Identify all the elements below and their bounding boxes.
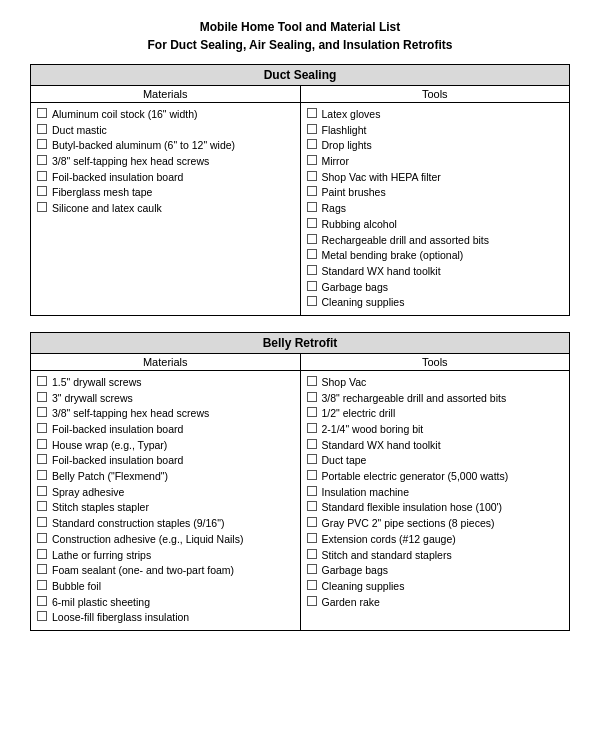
list-item: 1.5" drywall screws [37,375,294,390]
item-text: Shop Vac with HEPA filter [322,170,564,185]
item-text: Butyl-backed aluminum (6" to 12" wide) [52,138,294,153]
item-text: Silicone and latex caulk [52,201,294,216]
list-item: Lathe or furring strips [37,548,294,563]
checkbox-icon[interactable] [307,392,317,402]
page-title: Mobile Home Tool and Material List [30,20,570,34]
checkbox-icon[interactable] [307,580,317,590]
checkbox-icon[interactable] [307,501,317,511]
item-text: Rags [322,201,564,216]
checkbox-icon[interactable] [307,218,317,228]
checkbox-icon[interactable] [37,533,47,543]
section-duct-sealing: Duct SealingMaterialsToolsAluminum coil … [30,64,570,316]
item-text: House wrap (e.g., Typar) [52,438,294,453]
checkbox-icon[interactable] [307,265,317,275]
item-text: Garbage bags [322,280,564,295]
item-text: Shop Vac [322,375,564,390]
list-item: 3/8" self-tapping hex head screws [37,406,294,421]
item-text: 2-1/4" wood boring bit [322,422,564,437]
list-item: Standard WX hand toolkit [307,438,564,453]
checkbox-icon[interactable] [307,249,317,259]
checkbox-icon[interactable] [37,407,47,417]
checkbox-icon[interactable] [37,155,47,165]
checkbox-icon[interactable] [307,564,317,574]
checkbox-icon[interactable] [307,407,317,417]
checkbox-icon[interactable] [307,517,317,527]
list-item: Fiberglass mesh tape [37,185,294,200]
checkbox-icon[interactable] [37,171,47,181]
checkbox-icon[interactable] [307,596,317,606]
checkbox-icon[interactable] [307,376,317,386]
checkbox-icon[interactable] [307,439,317,449]
list-item: Flashlight [307,123,564,138]
checkbox-icon[interactable] [307,296,317,306]
checkbox-icon[interactable] [37,454,47,464]
materials-col-duct-sealing: Aluminum coil stock (16" width)Duct mast… [31,103,301,315]
checkbox-icon[interactable] [307,202,317,212]
checkbox-icon[interactable] [37,470,47,480]
list-item: Loose-fill fiberglass insulation [37,610,294,625]
checkbox-icon[interactable] [37,549,47,559]
checkbox-icon[interactable] [307,234,317,244]
checkbox-icon[interactable] [37,611,47,621]
item-text: Gray PVC 2" pipe sections (8 pieces) [322,516,564,531]
list-item: Standard flexible insulation hose (100') [307,500,564,515]
section-header-duct-sealing: Duct Sealing [31,65,569,86]
list-item: Stitch and standard staplers [307,548,564,563]
page-subtitle: For Duct Sealing, Air Sealing, and Insul… [30,38,570,52]
item-text: Paint brushes [322,185,564,200]
item-text: Portable electric generator (5,000 watts… [322,469,564,484]
item-text: Duct tape [322,453,564,468]
checkbox-icon[interactable] [37,202,47,212]
list-item: Shop Vac with HEPA filter [307,170,564,185]
item-text: Fiberglass mesh tape [52,185,294,200]
item-text: Standard construction staples (9/16") [52,516,294,531]
checkbox-icon[interactable] [37,186,47,196]
list-item: 3/8" rechargeable drill and assorted bit… [307,391,564,406]
checkbox-icon[interactable] [307,108,317,118]
checkbox-icon[interactable] [307,470,317,480]
list-item: Mirror [307,154,564,169]
checkbox-icon[interactable] [307,171,317,181]
checkbox-icon[interactable] [307,454,317,464]
checkbox-icon[interactable] [37,580,47,590]
checkbox-icon[interactable] [37,486,47,496]
checkbox-icon[interactable] [307,139,317,149]
item-text: Loose-fill fiberglass insulation [52,610,294,625]
checkbox-icon[interactable] [37,423,47,433]
checkbox-icon[interactable] [307,281,317,291]
list-item: Cleaning supplies [307,295,564,310]
checkbox-icon[interactable] [37,108,47,118]
list-item: 1/2" electric drill [307,406,564,421]
checkbox-icon[interactable] [37,596,47,606]
item-text: Drop lights [322,138,564,153]
checkbox-icon[interactable] [37,376,47,386]
checkbox-icon[interactable] [37,439,47,449]
item-text: Standard flexible insulation hose (100') [322,500,564,515]
checkbox-icon[interactable] [307,155,317,165]
tools-col-belly-retrofit: Shop Vac3/8" rechargeable drill and asso… [301,371,570,630]
list-item: Drop lights [307,138,564,153]
checkbox-icon[interactable] [37,124,47,134]
list-item: Shop Vac [307,375,564,390]
checkbox-icon[interactable] [307,186,317,196]
checkbox-icon[interactable] [307,486,317,496]
materials-header-belly-retrofit: Materials [31,354,301,370]
tools-header-belly-retrofit: Tools [301,354,570,370]
checkbox-icon[interactable] [307,124,317,134]
list-item: Standard construction staples (9/16") [37,516,294,531]
checkbox-icon[interactable] [37,139,47,149]
checkbox-icon[interactable] [37,501,47,511]
checkbox-icon[interactable] [307,423,317,433]
checkbox-icon[interactable] [307,533,317,543]
checkbox-icon[interactable] [307,549,317,559]
checkbox-icon[interactable] [37,517,47,527]
item-text: Lathe or furring strips [52,548,294,563]
list-item: Portable electric generator (5,000 watts… [307,469,564,484]
list-item: Bubble foil [37,579,294,594]
checkbox-icon[interactable] [37,564,47,574]
item-text: Insulation machine [322,485,564,500]
item-text: 1/2" electric drill [322,406,564,421]
item-text: 3/8" self-tapping hex head screws [52,406,294,421]
item-text: 3/8" self-tapping hex head screws [52,154,294,169]
checkbox-icon[interactable] [37,392,47,402]
